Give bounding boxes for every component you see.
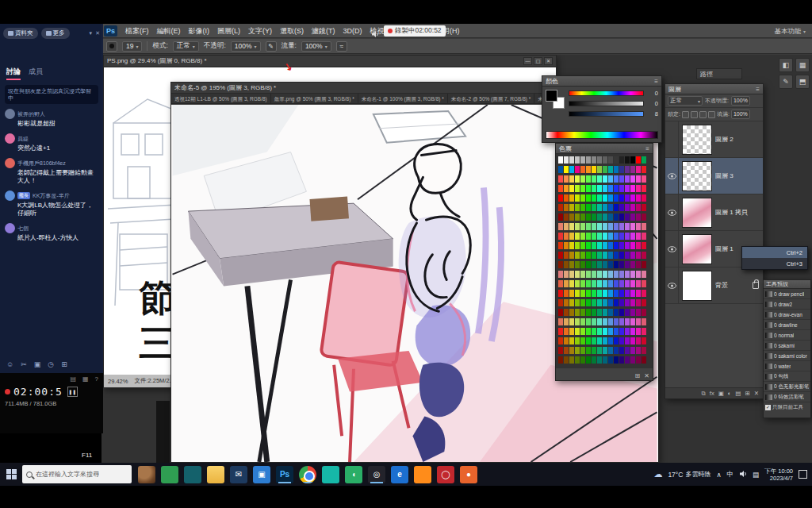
pressure-opacity-icon[interactable]: ✎ <box>266 41 277 52</box>
swatch[interactable] <box>630 242 635 249</box>
swatch[interactable] <box>619 356 624 364</box>
document-tab-1[interactable]: 斂罪.png @ 50% (圖層 3, RGB/8) * <box>271 94 358 103</box>
swatch[interactable] <box>625 252 630 259</box>
swatch[interactable] <box>586 214 591 221</box>
swatch[interactable] <box>592 261 596 268</box>
doc1-titlebar[interactable]: PS.png @ 29.4% (圖層 0, RGB/8) * — ▢ ✕ <box>104 56 556 67</box>
folder-icon[interactable]: ▤ <box>70 375 76 383</box>
swatch[interactable] <box>603 299 607 306</box>
swatch[interactable] <box>636 356 641 364</box>
swatch[interactable] <box>569 261 574 268</box>
panel-menu-icon[interactable]: ≡ <box>645 145 649 152</box>
swatch[interactable] <box>642 309 646 316</box>
swatch[interactable] <box>614 223 619 230</box>
adjustment-layer-icon[interactable]: ◐ <box>728 390 732 397</box>
swatch[interactable] <box>586 242 591 249</box>
swatch[interactable] <box>586 318 591 325</box>
swatch[interactable] <box>636 223 641 230</box>
menu-shortcut-0[interactable]: Ctrl+2 <box>742 247 807 258</box>
swatch[interactable] <box>564 175 569 183</box>
swatch[interactable] <box>558 337 563 344</box>
swatch[interactable] <box>569 318 574 325</box>
swatch[interactable] <box>558 309 563 316</box>
swatch[interactable] <box>569 290 574 297</box>
swatch[interactable] <box>580 242 585 249</box>
swatch[interactable] <box>614 347 619 354</box>
swatch[interactable] <box>592 328 596 335</box>
color-slider-2[interactable] <box>569 111 644 117</box>
flow-dropdown[interactable]: 100%▾ <box>301 41 331 52</box>
swatch[interactable] <box>630 214 635 221</box>
blend-mode-dropdown[interactable]: 正常▾ <box>173 41 199 52</box>
swatch[interactable] <box>569 185 574 192</box>
swatch[interactable] <box>575 337 580 344</box>
swatch[interactable] <box>642 194 646 202</box>
taskbar-app-edge[interactable]: e <box>391 466 408 483</box>
layer-row[interactable]: 圖層 1 拷貝 <box>665 194 763 231</box>
swatch[interactable] <box>580 309 585 316</box>
swatch[interactable] <box>636 252 641 259</box>
swatch[interactable] <box>597 223 602 230</box>
layers-panel-tab[interactable]: 圖層 <box>668 85 681 94</box>
volume-icon[interactable] <box>739 470 747 479</box>
swatch[interactable] <box>614 204 619 211</box>
swatch[interactable] <box>603 223 607 230</box>
swatch[interactable] <box>608 261 613 268</box>
swatch[interactable] <box>603 214 607 221</box>
taskbar-app-opera[interactable]: ◯ <box>437 466 454 483</box>
swatch[interactable] <box>597 185 602 192</box>
swatch[interactable] <box>558 185 563 192</box>
swatch[interactable] <box>630 337 635 344</box>
swatch[interactable] <box>564 318 569 325</box>
swatch[interactable] <box>569 271 574 278</box>
swatch[interactable] <box>575 280 580 287</box>
swatch[interactable] <box>564 271 569 278</box>
swatch[interactable] <box>569 156 574 164</box>
swatch[interactable] <box>569 223 574 230</box>
swatch[interactable] <box>558 290 563 297</box>
taskbar-app-app-teal-dark[interactable] <box>184 466 201 483</box>
swatch[interactable] <box>575 204 580 211</box>
layer-mask-icon[interactable]: ▣ <box>718 390 724 397</box>
swatch[interactable] <box>603 271 607 278</box>
link-layers-icon[interactable]: ⧉ <box>701 390 705 398</box>
swatch[interactable] <box>586 156 591 164</box>
swatch[interactable] <box>636 328 641 335</box>
swatch[interactable] <box>614 318 619 325</box>
swatch[interactable] <box>586 356 591 364</box>
swatch[interactable] <box>592 299 596 306</box>
foreground-background-colors[interactable] <box>546 90 565 109</box>
swatch[interactable] <box>603 242 607 249</box>
swatch[interactable] <box>608 223 613 230</box>
swatch[interactable] <box>580 185 585 192</box>
swatch[interactable] <box>592 194 596 202</box>
swatch[interactable] <box>636 309 641 316</box>
swatch[interactable] <box>642 233 646 240</box>
tool-preset-10[interactable]: 0 特效活彩笔 <box>764 392 810 402</box>
menu-item-0[interactable]: 檔案(F) <box>121 24 153 38</box>
swatch[interactable] <box>642 271 646 278</box>
swatch[interactable] <box>575 194 580 202</box>
swatch[interactable] <box>575 223 580 230</box>
swatch[interactable] <box>564 223 569 230</box>
tab-discussion[interactable]: 討論 <box>6 67 21 80</box>
swatch[interactable] <box>580 290 585 297</box>
swatch[interactable] <box>619 261 624 268</box>
swatch[interactable] <box>619 214 624 221</box>
taskbar-app-chrome[interactable] <box>299 466 316 483</box>
history-icon[interactable]: ◷ <box>48 360 54 368</box>
layer-style-icon[interactable]: fx <box>710 390 714 397</box>
swatch[interactable] <box>625 347 630 354</box>
swatch[interactable] <box>580 233 585 240</box>
menu-item-3[interactable]: 圖層(L) <box>213 24 244 38</box>
swatch[interactable] <box>636 214 641 221</box>
taskbar-app-app-teal[interactable] <box>322 466 339 483</box>
swatch[interactable] <box>586 166 591 173</box>
swatch[interactable] <box>642 185 646 192</box>
swatch[interactable] <box>592 185 596 192</box>
swatch[interactable] <box>575 328 580 335</box>
maximize-icon[interactable]: ▢ <box>534 57 542 65</box>
swatch[interactable] <box>642 328 646 335</box>
swatch[interactable] <box>603 204 607 211</box>
swatch[interactable] <box>603 185 607 192</box>
